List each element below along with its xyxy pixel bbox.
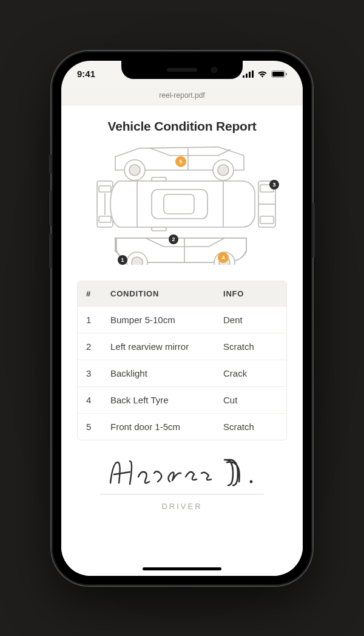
svg-rect-3 <box>252 70 254 78</box>
front-camera <box>211 67 217 73</box>
phone-screen: 9:41 <box>61 61 303 576</box>
col-header-condition: CONDITION <box>110 289 223 298</box>
table-row: 5 Front door 1-5cm Scratch <box>78 414 286 440</box>
battery-icon <box>271 70 287 78</box>
svg-point-36 <box>250 480 253 483</box>
signature-role: DRIVER <box>77 502 287 511</box>
cell-info: Scratch <box>223 341 278 352</box>
table-header-row: # CONDITION INFO <box>78 281 286 307</box>
report-title: Vehicle Condition Report <box>77 119 287 134</box>
svg-rect-13 <box>99 186 111 192</box>
cell-num: 5 <box>86 422 110 432</box>
vehicle-diagram: 1 2 3 4 5 <box>77 143 287 265</box>
table-row: 3 Backlight Crack <box>78 360 286 387</box>
svg-rect-24 <box>260 216 274 224</box>
cell-condition: Bumper 5-10cm <box>110 315 223 325</box>
svg-point-9 <box>129 165 140 176</box>
cell-condition: Left rearview mirror <box>110 341 223 352</box>
table-row: 1 Bumper 5-10cm Dent <box>78 307 286 333</box>
wifi-icon <box>257 70 268 78</box>
svg-rect-2 <box>249 72 251 78</box>
marker-4-label: 4 <box>221 255 224 261</box>
power-button <box>312 203 315 258</box>
col-header-num: # <box>86 289 110 298</box>
mute-switch <box>49 154 52 174</box>
phone-frame: 9:41 <box>52 51 312 586</box>
svg-rect-21 <box>152 227 166 231</box>
signature-line <box>100 494 264 494</box>
car-top-down <box>110 177 255 231</box>
cell-info: Scratch <box>223 422 278 432</box>
svg-rect-1 <box>246 74 248 78</box>
file-name-label: reel-report.pdf <box>61 87 303 106</box>
cell-info: Cut <box>223 395 278 405</box>
signature-graphic <box>77 455 287 493</box>
status-indicators <box>243 70 287 78</box>
marker-3-label: 3 <box>272 182 275 188</box>
condition-table: # CONDITION INFO 1 Bumper 5-10cm Dent 2 … <box>77 281 287 440</box>
svg-rect-17 <box>164 194 194 214</box>
home-indicator[interactable] <box>143 567 221 570</box>
table-row: 4 Back Left Tyre Cut <box>78 387 286 414</box>
volume-down-button <box>49 233 52 268</box>
svg-point-28 <box>132 257 143 265</box>
table-row: 2 Left rearview mirror Scratch <box>78 333 286 360</box>
cell-num: 2 <box>86 341 110 352</box>
cell-condition: Front door 1-5cm <box>110 422 223 432</box>
cell-num: 1 <box>86 315 110 325</box>
cell-info: Crack <box>223 368 278 378</box>
svg-point-11 <box>218 165 229 176</box>
col-header-info: INFO <box>223 289 278 298</box>
marker-5-label: 5 <box>179 159 182 165</box>
svg-rect-0 <box>243 75 244 78</box>
signature-block: DRIVER <box>77 455 287 511</box>
svg-rect-6 <box>286 73 287 75</box>
speaker-grille <box>167 68 197 72</box>
cellular-icon <box>243 70 254 78</box>
cell-condition: Backlight <box>110 368 223 378</box>
volume-up-button <box>49 191 52 226</box>
cell-condition: Back Left Tyre <box>110 395 223 405</box>
document-viewer[interactable]: reel-report.pdf Vehicle Condition Report <box>61 87 303 576</box>
marker-1-label: 1 <box>121 257 124 263</box>
cell-num: 3 <box>86 368 110 378</box>
svg-rect-5 <box>272 72 284 77</box>
status-time: 9:41 <box>77 69 95 79</box>
cell-info: Dent <box>223 315 278 325</box>
report-page: Vehicle Condition Report <box>61 106 303 523</box>
marker-2-label: 2 <box>172 236 175 242</box>
cell-num: 4 <box>86 395 110 405</box>
svg-rect-14 <box>99 216 111 222</box>
svg-rect-20 <box>152 177 166 181</box>
notch <box>121 61 243 79</box>
